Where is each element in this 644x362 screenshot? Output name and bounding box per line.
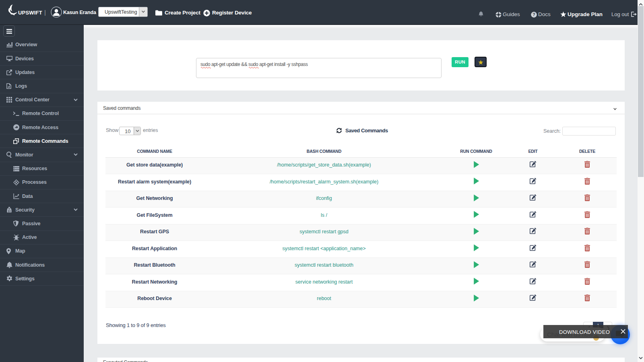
svg-text:?: ? [533, 12, 535, 17]
